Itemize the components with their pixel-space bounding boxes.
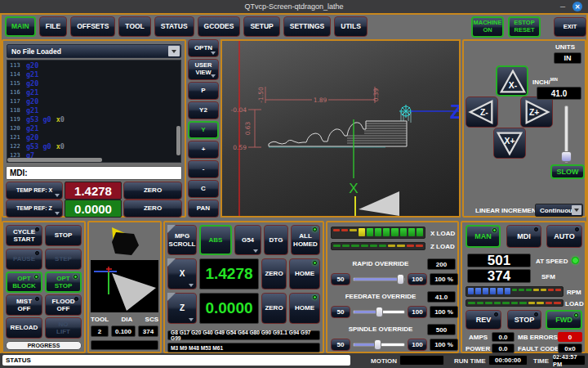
feedrate-override-slider[interactable] <box>353 307 405 317</box>
jog-z-minus-button[interactable]: Z- <box>466 96 498 128</box>
slider-handle[interactable] <box>374 339 381 350</box>
slider-handle[interactable] <box>376 307 383 317</box>
spindle-min-button[interactable]: 50 <box>331 339 350 351</box>
tab-status[interactable]: STATUS <box>154 16 194 37</box>
spindle-max-button[interactable]: 100 <box>408 339 427 351</box>
spindle-override-slider[interactable] <box>353 339 405 350</box>
x-zero-button[interactable]: ZERO <box>261 258 287 289</box>
flood-button[interactable]: FLOOD OFF <box>45 294 82 316</box>
vertical-scrollbar[interactable] <box>176 126 180 155</box>
mdi-input[interactable]: MDI: <box>6 166 182 180</box>
toolpath-plot: 1.89 -1.50 0.39 -0.04 0.63 0.59 <box>222 41 459 216</box>
rapid-min-button[interactable]: 50 <box>331 273 350 285</box>
linear-increment-combo[interactable]: Continuous <box>535 204 583 217</box>
auto-mode-button[interactable]: AUTO <box>546 225 582 248</box>
gcode-listing[interactable]: 113g20 114g21 115g20 116g21 117g20 118g2… <box>7 60 181 163</box>
cycle-start-button[interactable]: CYCLE START <box>6 225 42 246</box>
user-view-button[interactable]: USER VIEW <box>188 59 219 80</box>
abs-button[interactable]: ABS <box>199 225 232 255</box>
chevron-down-icon <box>55 212 60 215</box>
jog-x-minus-button[interactable]: X- <box>496 65 528 96</box>
mdi-mode-button[interactable]: MDI <box>506 225 541 248</box>
spindle-rev-button[interactable]: REV <box>466 310 501 330</box>
led-indicator <box>313 295 317 299</box>
z-home-button[interactable]: HOME <box>289 293 320 324</box>
slider-handle[interactable] <box>561 151 572 162</box>
no-lift-button[interactable]: NO LIFT <box>45 317 82 339</box>
x-home-button[interactable]: HOME <box>289 258 320 289</box>
clear-button[interactable]: C <box>188 180 219 198</box>
reload-button[interactable]: RELOAD <box>6 317 42 339</box>
opt-stop-button[interactable]: OPT STOP <box>45 272 82 293</box>
mpg-scroll-button[interactable]: MPG SCROLL <box>167 225 197 255</box>
dtg-button[interactable]: DTG <box>264 225 288 255</box>
svg-text:X+: X+ <box>504 137 514 146</box>
tab-setup[interactable]: SETUP <box>243 16 279 37</box>
spindle-ov-value: 500 <box>427 324 456 335</box>
tab-file[interactable]: FILE <box>39 16 67 37</box>
machine-on-button[interactable]: MACHINE ON <box>471 16 504 38</box>
tab-offsets[interactable]: OFFSETS <box>70 16 115 37</box>
z-zero-button[interactable]: ZERO <box>261 293 287 324</box>
opt-block-button[interactable]: OPT BLOCK <box>6 272 42 293</box>
pan-button[interactable]: PAN <box>188 200 219 218</box>
temp-ref-x-button[interactable]: TEMP REF: X <box>6 182 63 200</box>
file-select-combo[interactable]: No File Loaded <box>7 44 181 58</box>
view-y2-button[interactable]: Y2 <box>188 101 219 119</box>
tool-values: 2 0.100 374 <box>91 325 158 337</box>
tab-utils[interactable]: UTILS <box>334 16 368 37</box>
tool-panel: TOOL DIA SCS 2 0.100 374 <box>87 221 162 353</box>
rapid-value: 200 <box>427 258 456 270</box>
all-homed-button[interactable]: ALL HOMED <box>291 225 320 255</box>
graphics-preview[interactable]: 1.89 -1.50 0.39 -0.04 0.63 0.59 <box>220 39 461 218</box>
gcode-line: 122g53 g0x0 <box>7 141 180 150</box>
tab-gcodes[interactable]: GCODES <box>198 16 241 37</box>
view-y-button[interactable]: Y <box>188 121 219 139</box>
temp-ref-z-button[interactable]: TEMP REF: Z <box>6 200 63 218</box>
close-icon[interactable]: ✕ <box>572 2 582 11</box>
run-time-value: 00:00:00 <box>488 355 528 366</box>
horizontal-scrollbar[interactable] <box>7 158 102 162</box>
x-axis-button[interactable]: X <box>167 258 197 289</box>
jog-x-plus-button[interactable]: X+ <box>493 128 526 159</box>
z-load-meter <box>331 242 425 250</box>
feedrate-min-button[interactable]: 50 <box>331 306 350 318</box>
z-axis-button[interactable]: Z <box>167 293 197 324</box>
stop-button[interactable]: STOP <box>45 225 82 246</box>
zoom-out-button[interactable]: - <box>188 160 219 178</box>
rapid-override-slider[interactable] <box>353 274 405 285</box>
step-button[interactable]: STEP <box>45 249 82 270</box>
options-button[interactable]: OPTN <box>188 39 219 57</box>
spindle-override-label: SPINDLE OVERRIDE <box>336 325 425 333</box>
exit-button[interactable]: EXIT <box>554 17 586 37</box>
slow-button[interactable]: SLOW <box>550 164 585 179</box>
feedrate-max-button[interactable]: 100 <box>408 306 427 318</box>
chevron-down-icon <box>168 46 180 56</box>
mb-errors-value: 0 <box>558 332 582 342</box>
tab-main[interactable]: MAIN <box>5 16 36 37</box>
gcode-line: 117g20 <box>7 96 180 105</box>
estop-reset-button[interactable]: ESTOP RESET <box>508 16 541 38</box>
z-dro-display: 0.0000 <box>199 293 259 324</box>
jog-z-plus-button[interactable]: Z+ <box>520 96 553 128</box>
spindle-fwd-button[interactable]: FWD <box>546 310 582 330</box>
temp-ref-z-value: 0.0000 <box>65 200 122 218</box>
zero-z-button[interactable]: ZERO <box>123 200 182 218</box>
g54-button[interactable]: G54 <box>234 225 261 255</box>
slider-handle[interactable] <box>397 274 404 285</box>
zero-x-button[interactable]: ZERO <box>123 182 182 200</box>
svg-text:0.63: 0.63 <box>244 121 252 135</box>
spindle-stop-button[interactable]: STOP <box>507 310 541 330</box>
jog-rate-slider[interactable] <box>561 105 572 163</box>
active-mcodes: M3 M9 M48 M53 M61 <box>167 343 320 352</box>
pause-button[interactable]: PAUSE <box>6 249 42 270</box>
minimize-button[interactable]: – <box>560 0 565 11</box>
tab-settings[interactable]: SETTINGS <box>283 16 332 37</box>
tab-tool[interactable]: TOOL <box>118 16 150 37</box>
rapid-max-button[interactable]: 100 <box>408 273 427 285</box>
cycle-panel: CYCLE START STOP PAUSE STEP OPT BLOCK OP… <box>2 221 86 353</box>
zoom-in-button[interactable]: + <box>188 141 219 159</box>
man-mode-button[interactable]: MAN <box>466 225 501 248</box>
mist-button[interactable]: MIST OFF <box>6 294 42 316</box>
view-p-button[interactable]: P <box>188 82 219 100</box>
